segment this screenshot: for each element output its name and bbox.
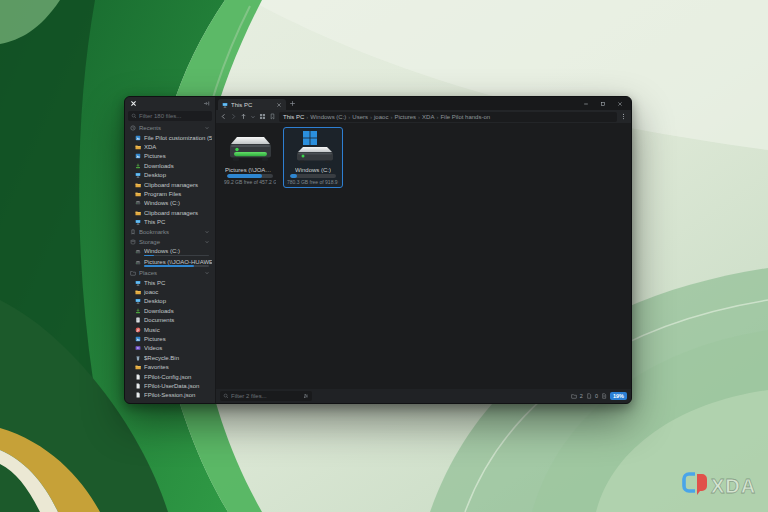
- sidebar-item-downloads[interactable]: Downloads: [125, 306, 215, 315]
- sidebar-section-recents[interactable]: Recents: [125, 123, 215, 133]
- folder-icon: [135, 191, 141, 197]
- documents-icon: [135, 317, 141, 323]
- breadcrumb-segment-windows-c[interactable]: Windows (C:): [310, 114, 346, 120]
- image-file-icon: [135, 135, 141, 141]
- item-label: This PC: [144, 280, 212, 286]
- sidebar-item-pictures-joao-huaweixpro[interactable]: Pictures (\\JOAO-HUAWEIXPRO) ...: [125, 257, 215, 268]
- drive-icon: [135, 200, 141, 206]
- sidebar-item-recycle-bin[interactable]: $Recycle.Bin: [125, 353, 215, 362]
- breadcrumb-segment-file-pilot-hands-on[interactable]: File Pilot hands-on: [440, 114, 490, 120]
- chevron-down-icon: [204, 239, 210, 245]
- sidebar-item-windows-c[interactable]: Windows (C:): [125, 199, 215, 208]
- minimize-button[interactable]: [579, 97, 593, 110]
- item-body: XDA: [144, 144, 212, 150]
- folder-icon: [135, 210, 141, 216]
- drive-tile-pictures-joao-huaweixpro[interactable]: Pictures (\\JOAO-HUAWEIXPRO)99.2 GB free…: [220, 127, 280, 188]
- content-filter-input[interactable]: [231, 393, 301, 399]
- sidebar-item-favorites[interactable]: Favorites: [125, 362, 215, 371]
- section-label: Places: [139, 270, 201, 276]
- zoom-badge[interactable]: 19%: [610, 392, 627, 400]
- sidebar-item-pictures[interactable]: Pictures: [125, 334, 215, 343]
- drive-icon: [135, 249, 141, 255]
- item-label: Favorites: [144, 364, 212, 370]
- sidebar-item-desktop[interactable]: Desktop: [125, 171, 215, 180]
- history-dropdown-icon[interactable]: [250, 114, 256, 120]
- breadcrumb-segment-this-pc[interactable]: This PC: [283, 114, 304, 120]
- item-label: Downloads: [144, 163, 212, 169]
- folders-count-icon: [571, 393, 577, 399]
- sidebar-item-music[interactable]: Music: [125, 325, 215, 334]
- chevron-down-icon: [204, 270, 210, 276]
- content-filter[interactable]: [220, 391, 312, 401]
- kebab-menu-icon[interactable]: [620, 113, 627, 120]
- item-label: Desktop: [144, 298, 212, 304]
- sidebar-item-pictures[interactable]: Pictures: [125, 152, 215, 161]
- breadcrumb-segment-pictures[interactable]: Pictures: [394, 114, 416, 120]
- chevron-down-icon: [204, 229, 210, 235]
- sidebar-item-fpilot-config-json[interactable]: FPilot-Config.json: [125, 372, 215, 381]
- new-tab-icon[interactable]: [289, 100, 296, 107]
- close-button[interactable]: [613, 97, 627, 110]
- sidebar-filter[interactable]: [128, 111, 212, 121]
- sidebar-item-desktop[interactable]: Desktop: [125, 297, 215, 306]
- sidebar-item-fpilot-userdata-json[interactable]: FPilot-UserData.json: [125, 381, 215, 390]
- breadcrumb-segment-xda[interactable]: XDA: [422, 114, 434, 120]
- sidebar-section-places[interactable]: Places: [125, 268, 215, 278]
- sidebar-item-videos[interactable]: Videos: [125, 344, 215, 353]
- breadcrumb-separator: ›: [390, 114, 392, 120]
- up-button[interactable]: [240, 113, 247, 120]
- sidebar-item-this-pc[interactable]: This PC: [125, 218, 215, 227]
- drive-label: Windows (C:): [295, 167, 331, 173]
- sidebar-section-bookmarks[interactable]: Bookmarks: [125, 227, 215, 237]
- sidebar-item-fpilot-session-json[interactable]: FPilot-Session.json: [125, 391, 215, 400]
- breadcrumb-separator: ›: [436, 114, 438, 120]
- sidebar-item-clipboard-managers[interactable]: Clipboard managers: [125, 208, 215, 217]
- collapse-sidebar-icon[interactable]: [203, 100, 210, 107]
- filter-options-icon[interactable]: [303, 393, 309, 399]
- sidebar-item-documents[interactable]: Documents: [125, 315, 215, 324]
- file-area[interactable]: Pictures (\\JOAO-HUAWEIXPRO)99.2 GB free…: [216, 123, 631, 389]
- preview-toggle-icon[interactable]: [601, 393, 607, 399]
- item-body: This PC: [144, 280, 212, 286]
- videos-icon: [135, 345, 141, 351]
- sidebar-item-downloads[interactable]: Downloads: [125, 161, 215, 170]
- folder-icon: [135, 364, 141, 370]
- item-label: Clipboard managers: [144, 182, 212, 188]
- sidebar-item-program-files[interactable]: Program Files: [125, 189, 215, 198]
- sidebar-item-windows-c[interactable]: Windows (C:): [125, 247, 215, 258]
- item-label: Music: [144, 327, 212, 333]
- bookmark-icon[interactable]: [269, 113, 276, 120]
- sidebar-item-clipboard-managers[interactable]: Clipboard managers: [125, 180, 215, 189]
- back-button[interactable]: [220, 113, 227, 120]
- view-mode-icon[interactable]: [259, 113, 266, 120]
- capacity-bar: [290, 174, 336, 178]
- tab-this-pc[interactable]: This PC: [218, 99, 286, 110]
- breadcrumb-separator: ›: [418, 114, 420, 120]
- item-label: Windows (C:): [144, 248, 212, 254]
- toolbar: This PC›Windows (C:)›Users›joaoc›Picture…: [216, 110, 631, 123]
- maximize-button[interactable]: [596, 97, 610, 110]
- item-label: Program Files: [144, 191, 212, 197]
- sidebar-item-joaoc[interactable]: joaoc: [125, 287, 215, 296]
- item-body: Clipboard managers: [144, 182, 212, 188]
- pictures-icon: [135, 153, 141, 159]
- section-label: Storage: [139, 239, 201, 245]
- breadcrumb-segment-users[interactable]: Users: [352, 114, 368, 120]
- breadcrumb: This PC›Windows (C:)›Users›joaoc›Picture…: [279, 112, 617, 122]
- sidebar-section-storage[interactable]: Storage: [125, 237, 215, 247]
- drive-tile-windows-c[interactable]: Windows (C:)780.3 GB free of 918.9 GB (.…: [283, 127, 343, 188]
- tab-close-icon[interactable]: [276, 102, 282, 108]
- section-label: Bookmarks: [139, 229, 201, 235]
- sidebar-filter-input[interactable]: [139, 113, 209, 119]
- sidebar-item-this-pc[interactable]: This PC: [125, 278, 215, 287]
- xda-watermark: XDA: [680, 470, 758, 504]
- desktop: XDA RecentsFile Pilot customization (5).…: [0, 0, 768, 512]
- item-body: Windows (C:): [144, 248, 212, 256]
- sidebar-item-xda[interactable]: XDA: [125, 142, 215, 151]
- item-body: Favorites: [144, 364, 212, 370]
- forward-button[interactable]: [230, 113, 237, 120]
- breadcrumb-segment-joaoc[interactable]: joaoc: [374, 114, 388, 120]
- sidebar-item-file-pilot-customization-5-png[interactable]: File Pilot customization (5).png: [125, 133, 215, 142]
- folder-icon: [135, 182, 141, 188]
- storage-icon: [130, 239, 136, 245]
